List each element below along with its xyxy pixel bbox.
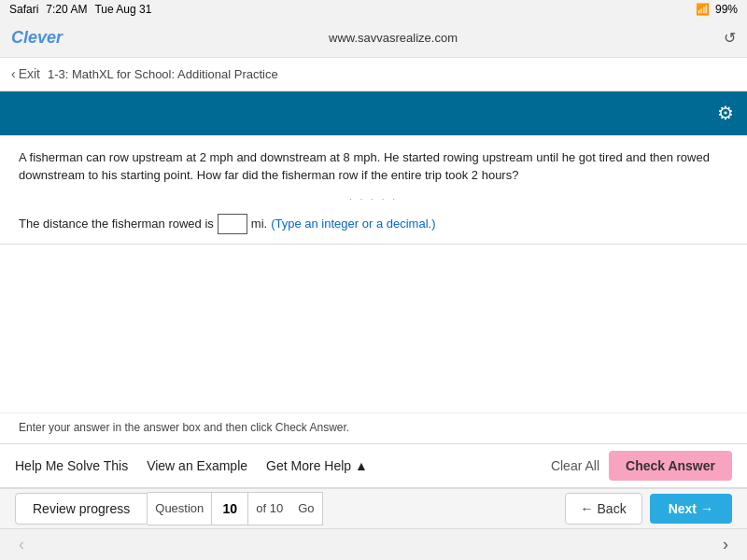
of-total-label: of 10 xyxy=(248,501,290,515)
breadcrumb: 1-3: MathXL for School: Additional Pract… xyxy=(48,67,278,81)
browser-name: Safari xyxy=(9,3,38,16)
helper-right: Clear All Check Answer xyxy=(551,451,732,481)
status-left: Safari 7:20 AM Tue Aug 31 xyxy=(9,3,151,16)
status-bar: Safari 7:20 AM Tue Aug 31 📶 99% xyxy=(0,0,747,20)
content-spacer xyxy=(0,245,747,413)
clear-all-button[interactable]: Clear All xyxy=(551,458,599,473)
check-answer-button[interactable]: Check Answer xyxy=(609,451,732,481)
ios-bottom-bar: ‹ › xyxy=(0,528,747,560)
hint-text: Enter your answer in the answer box and … xyxy=(19,421,349,434)
answer-unit: mi. xyxy=(251,217,267,231)
status-right: 📶 99% xyxy=(696,3,738,16)
ios-back-arrow[interactable]: ‹ xyxy=(19,535,24,554)
battery-level: 99% xyxy=(715,3,738,16)
next-label: Next xyxy=(669,501,697,516)
bottom-hint: Enter your answer in the answer box and … xyxy=(0,413,747,443)
helper-bar: Help Me Solve This View an Example Get M… xyxy=(0,443,747,488)
review-progress-button[interactable]: Review progress xyxy=(15,493,148,525)
answer-row: The distance the fisherman rowed is mi. … xyxy=(19,214,728,234)
answer-input[interactable] xyxy=(218,214,247,234)
gear-icon[interactable]: ⚙ xyxy=(717,102,734,124)
help-me-solve-button[interactable]: Help Me Solve This xyxy=(15,458,128,473)
go-button[interactable]: Go xyxy=(290,493,321,525)
reload-button[interactable]: ↺ xyxy=(724,29,736,47)
helper-links: Help Me Solve This View an Example Get M… xyxy=(15,458,368,473)
status-date: Tue Aug 31 xyxy=(94,3,151,16)
question-nav: Question of 10 Go xyxy=(148,492,322,525)
dots-separator: · · · · · xyxy=(19,194,728,204)
nav-bottom: Review progress Question of 10 Go ← Back… xyxy=(0,488,747,528)
view-an-example-button[interactable]: View an Example xyxy=(147,458,247,473)
arrow-right-icon: → xyxy=(700,501,713,516)
clever-logo: Clever xyxy=(11,28,63,48)
question-number-input[interactable] xyxy=(211,493,248,525)
back-button[interactable]: ← Back xyxy=(565,493,642,525)
next-button[interactable]: Next → xyxy=(650,494,732,524)
back-label: Back xyxy=(598,501,627,516)
exit-label: Exit xyxy=(19,66,40,81)
caret-up-icon: ▲ xyxy=(355,458,368,473)
wifi-icon: 📶 xyxy=(696,3,710,16)
nav-bar: ‹ Exit 1-3: MathXL for School: Additiona… xyxy=(0,58,747,91)
arrow-left-icon: ← xyxy=(581,501,594,516)
exit-button[interactable]: ‹ Exit xyxy=(11,66,40,81)
url-bar: www.savvasrealize.com xyxy=(72,31,714,45)
browser-bar: Clever www.savvasrealize.com ↺ xyxy=(0,20,747,58)
answer-hint: (Type an integer or a decimal.) xyxy=(271,217,435,231)
page-wrapper: Safari 7:20 AM Tue Aug 31 📶 99% Clever w… xyxy=(0,0,747,560)
nav-bottom-right: ← Back Next → xyxy=(565,493,732,525)
ios-forward-arrow[interactable]: › xyxy=(723,535,728,554)
nav-bottom-left: Review progress Question of 10 Go xyxy=(15,492,323,525)
teal-header: ⚙ xyxy=(0,91,747,135)
status-time: 7:20 AM xyxy=(46,3,87,16)
question-label: Question xyxy=(148,501,211,515)
question-text: A fisherman can row upstream at 2 mph an… xyxy=(19,148,728,185)
answer-prefix: The distance the fisherman rowed is xyxy=(19,217,214,231)
get-more-help-button[interactable]: Get More Help ▲ xyxy=(266,458,368,473)
chevron-left-icon: ‹ xyxy=(11,66,16,81)
main-content: A fisherman can row upstream at 2 mph an… xyxy=(0,135,747,245)
get-more-help-label: Get More Help xyxy=(266,458,351,473)
